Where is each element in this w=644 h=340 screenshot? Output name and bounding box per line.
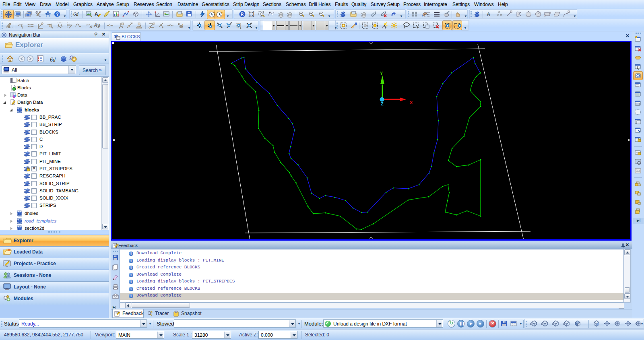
svg-text:Ay: Ay (93, 23, 101, 28)
svg-text:A: A (487, 11, 491, 17)
svg-text:X: X (410, 100, 413, 105)
svg-text:?: ? (56, 12, 59, 16)
svg-text:6d: 6d (73, 11, 79, 17)
svg-text:Z: Z (381, 101, 384, 106)
svg-text:Y: Y (380, 71, 383, 76)
svg-text:R: R (241, 12, 244, 16)
